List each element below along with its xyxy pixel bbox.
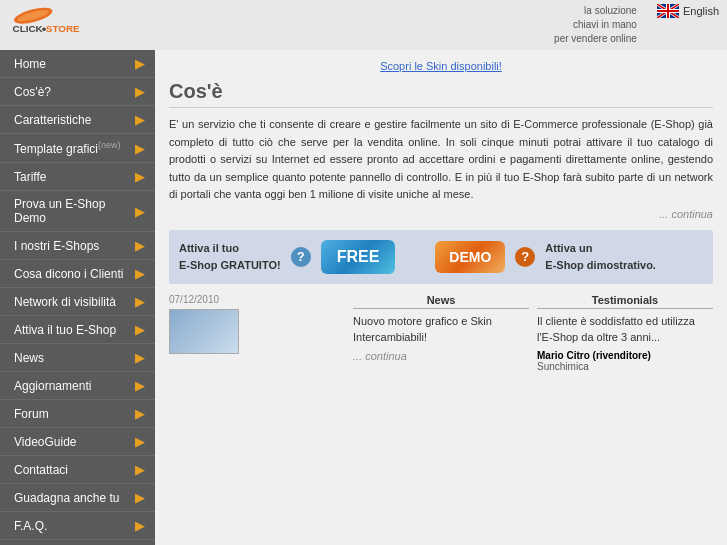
arrow-icon: ▶ [135,169,145,184]
main-layout: Home ▶ Cos'è? ▶ Caratteristiche ▶ Templa… [0,50,727,545]
sidebar-item-caratteristiche[interactable]: Caratteristiche ▶ [0,106,155,134]
svg-point-4 [42,27,46,31]
discover-skins-link[interactable]: Scopri le Skin disponibili! [169,60,713,72]
sidebar-item-label: VideoGuide [14,435,77,449]
cta-area: Attiva il tuoE-Shop GRATUITO! ? FREE DEM… [169,230,713,284]
bottom-col-testimonials: Testimonials Il cliente è soddisfatto ed… [537,294,713,372]
sidebar-item-label: Contattaci [14,463,68,477]
arrow-icon: ▶ [135,141,145,156]
page-wrapper: CLICK STORE la soluzione chiavi in mano … [0,0,727,545]
arrow-icon: ▶ [135,518,145,533]
arrow-icon: ▶ [135,204,145,219]
cta-right-text: Attiva unE-Shop dimostrativo. [545,240,656,273]
sidebar-item-label: Attiva il tuo E-Shop [14,323,116,337]
arrow-icon: ▶ [135,84,145,99]
testimonials-author: Mario Citro (rivenditore) [537,350,713,361]
content-continue: ... continua [169,208,713,220]
arrow-icon: ▶ [135,378,145,393]
sidebar-item-contattaci[interactable]: Contattaci ▶ [0,456,155,484]
arrow-icon: ▶ [135,350,145,365]
uk-flag-icon [657,4,679,18]
top-bar: CLICK STORE la soluzione chiavi in mano … [0,0,727,50]
news-continue: ... continua [353,350,529,362]
cta-left-text: Attiva il tuoE-Shop GRATUITO! [179,240,281,273]
sidebar-item-label: I nostri E-Shops [14,239,99,253]
arrow-icon: ▶ [135,238,145,253]
sidebar-item-tariffe[interactable]: Tariffe ▶ [0,163,155,191]
sidebar-item-label: Forum [14,407,49,421]
tagline: la soluzione chiavi in mano per vendere … [554,4,637,46]
svg-rect-13 [657,10,679,12]
arrow-icon: ▶ [135,294,145,309]
page-title: Cos'è [169,80,713,108]
testimonials-col-body: Il cliente è soddisfatto ed utilizza l'E… [537,313,713,346]
sidebar-item-label: Cosa dicono i Clienti [14,267,123,281]
sidebar-item-videoguide[interactable]: VideoGuide ▶ [0,428,155,456]
sidebar-item-label: Template grafici(new) [14,140,123,156]
sidebar-item-home[interactable]: Home ▶ [0,50,155,78]
sidebar-item-template[interactable]: Template grafici(new) ▶ [0,134,155,163]
sidebar-item-demo[interactable]: Prova un E-Shop Demo ▶ [0,191,155,232]
sidebar-item-label: Network di visibilità [14,295,116,309]
cta-demo-button[interactable]: DEMO [435,241,505,273]
cta-free-button[interactable]: FREE [321,240,396,274]
sidebar-item-forum[interactable]: Forum ▶ [0,400,155,428]
sidebar-item-attiva[interactable]: Attiva il tuo E-Shop ▶ [0,316,155,344]
sidebar-item-label: Cos'è? [14,85,51,99]
bottom-col-news: News Nuovo motore grafico e Skin Interca… [353,294,529,372]
sidebar-item-clienti[interactable]: Cosa dicono i Clienti ▶ [0,260,155,288]
logo-area: CLICK STORE [8,4,98,40]
sidebar-item-label: Caratteristiche [14,113,91,127]
sidebar-item-label: Guadagna anche tu [14,491,119,505]
arrow-icon: ▶ [135,434,145,449]
sidebar-item-label: Home [14,57,46,71]
sidebar-item-label: F.A.Q. [14,519,47,533]
sidebar-item-aggiornamenti[interactable]: Aggiornamenti ▶ [0,372,155,400]
arrow-icon: ▶ [135,266,145,281]
news-col-header: News [353,294,529,309]
sidebar-item-label: News [14,351,44,365]
lang-label[interactable]: English [683,5,719,17]
cta-question-demo-icon[interactable]: ? [515,247,535,267]
sidebar-item-label: Aggiornamenti [14,379,91,393]
arrow-icon: ▶ [135,56,145,71]
news-col-body: Nuovo motore grafico e Skin Intercambiab… [353,313,529,346]
bottom-grid: 07/12/2010 News Nuovo motore grafico e S… [169,294,713,372]
arrow-icon: ▶ [135,490,145,505]
testimonials-col-header: Testimonials [537,294,713,309]
thumbnail-image [169,309,239,354]
lang-area[interactable]: English [657,4,719,18]
content-body: E' un servizio che ti consente di creare… [169,116,713,204]
testimonials-company: Sunchimica [537,361,713,372]
sidebar-item-cose[interactable]: Cos'è? ▶ [0,78,155,106]
sidebar: Home ▶ Cos'è? ▶ Caratteristiche ▶ Templa… [0,50,155,545]
sidebar-item-guadagna[interactable]: Guadagna anche tu ▶ [0,484,155,512]
bottom-col-date: 07/12/2010 [169,294,345,372]
arrow-icon: ▶ [135,462,145,477]
sidebar-item-label: Tariffe [14,170,46,184]
arrow-icon: ▶ [135,406,145,421]
content-area: Scopri le Skin disponibili! Cos'è E' un … [155,50,727,545]
svg-text:CLICK: CLICK [13,23,44,34]
sidebar-item-news[interactable]: News ▶ [0,344,155,372]
cta-question-free-icon[interactable]: ? [291,247,311,267]
sidebar-item-label: Prova un E-Shop Demo [14,197,131,225]
sidebar-item-network[interactable]: Network di visibilità ▶ [0,288,155,316]
logo-icon: CLICK STORE [8,4,98,40]
svg-text:STORE: STORE [46,23,80,34]
arrow-icon: ▶ [135,112,145,127]
sidebar-item-eshops[interactable]: I nostri E-Shops ▶ [0,232,155,260]
bottom-date: 07/12/2010 [169,294,345,305]
sidebar-item-faq[interactable]: F.A.Q. ▶ [0,512,155,540]
arrow-icon: ▶ [135,322,145,337]
